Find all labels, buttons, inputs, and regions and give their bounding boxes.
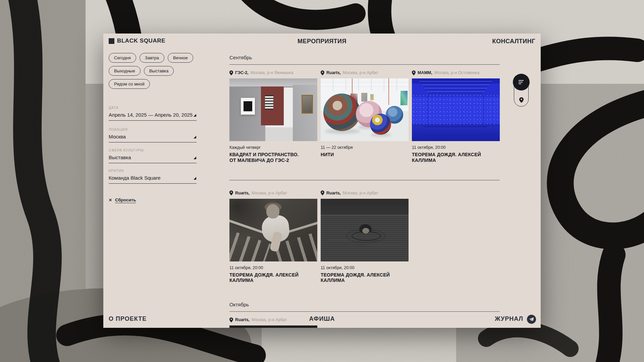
venue-name: МАММ, <box>418 70 432 75</box>
chip-exhibition[interactable]: Выставка <box>144 66 174 76</box>
event-date: 11 октября, 20:00 <box>412 145 500 150</box>
event-date: 11 — 22 октября <box>321 145 409 150</box>
telegram-icon <box>529 317 534 322</box>
events-row: ГЭС-2, Москва, р-н Якиманка Каждый четве… <box>229 70 500 163</box>
select-critic[interactable]: КРИТИК Команда Black Square <box>109 169 197 184</box>
events-feed: Сентябрь ГЭС-2, Москва, р-н Якиманка <box>229 34 500 328</box>
select-culture-sphere-label: СФЕРА КУЛЬТУРЫ <box>109 148 197 152</box>
venue-area: Москва, р-н Арбат <box>343 190 378 196</box>
chip-eternal[interactable]: Вечное <box>168 53 193 63</box>
scene-painting <box>400 91 408 105</box>
select-date-value: Апрель 14, 2025 — Апрель 20, 2025 <box>109 112 197 118</box>
chip-tomorrow[interactable]: Завтра <box>140 53 164 63</box>
chip-today[interactable]: Сегодня <box>109 53 136 63</box>
event-location: Ruarts, Москва, р-н Арбат <box>229 190 317 196</box>
location-pin-icon <box>321 70 324 75</box>
event-title[interactable]: КВАДРАТ И ПРОСТРАНСТВО. ОТ МАЛЕВИЧА ДО Г… <box>229 152 300 163</box>
scene-black-square-artwork <box>241 98 255 115</box>
event-image-dark[interactable] <box>229 325 317 328</box>
event-image-gallery-black-square[interactable] <box>229 78 317 141</box>
scene-painting <box>303 96 312 113</box>
event-date: Каждый четверг <box>229 145 317 150</box>
row-divider <box>229 180 500 180</box>
scene-dark-band <box>321 199 409 215</box>
event-image-etching-swimmer[interactable] <box>321 199 409 261</box>
scene-blue-ceiling <box>417 78 495 95</box>
scene-water-streak <box>326 240 360 240</box>
location-pin-icon <box>229 70 233 75</box>
scene-ceiling-grid <box>321 78 409 91</box>
scene-projection-speckles <box>412 96 500 125</box>
venue-area: Москва, р-н Остоженка <box>434 70 479 75</box>
event-location: Ruarts, Москва, р-н Арбат <box>321 70 409 75</box>
venue-area: Москва, р-н Арбат <box>252 190 287 196</box>
chip-weekend[interactable]: Выходные <box>109 66 141 76</box>
nav-journal[interactable]: ЖУРНАЛ <box>495 315 523 322</box>
map-view-button[interactable] <box>513 97 530 103</box>
scene-textile-sphere <box>370 114 391 135</box>
event-image-bw-portrait[interactable] <box>229 199 317 261</box>
filter-icon <box>519 82 523 82</box>
location-pin-icon <box>412 70 416 75</box>
select-critic-label: КРИТИК <box>109 169 197 173</box>
month-header-october: Октябрь <box>229 302 500 312</box>
scene-blue-floor <box>412 127 500 141</box>
venue-name: Ruarts, <box>326 70 341 75</box>
telegram-button[interactable] <box>527 315 536 324</box>
filter-icon <box>519 83 521 84</box>
event-location: Ruarts, Москва, р-н Арбат <box>321 190 409 196</box>
venue-name: Ruarts, <box>326 190 341 196</box>
location-pin-icon <box>321 190 324 195</box>
main-panel: BLACK SQUARE МЕРОПРИЯТИЯ КОНСАЛТИНГ Сего… <box>103 34 541 328</box>
select-date[interactable]: ДАТА Апрель 14, 2025 — Апрель 20, 2025 <box>109 106 197 121</box>
events-row: Ruarts, Москва, р-н Арбат 11 октября, 20… <box>229 190 500 284</box>
event-card[interactable]: МАММ, Москва, р-н Остоженка 11 октября, … <box>412 70 500 163</box>
scene-water-streak <box>369 245 404 245</box>
event-location: ГЭС-2, Москва, р-н Якиманка <box>229 70 317 75</box>
select-culture-sphere[interactable]: СФЕРА КУЛЬТУРЫ Выставка <box>109 148 197 163</box>
event-title[interactable]: ТЕОРЕМА ДОЖДЯ. АЛЕКСЕЙ КАЛЛИМА <box>229 272 300 284</box>
event-image-textile-spheres[interactable] <box>321 78 409 141</box>
close-icon: ✕ <box>109 198 112 202</box>
filter-chips: Сегодня Завтра Вечное Выходные Выставка … <box>109 53 209 89</box>
scene-poster <box>265 95 273 110</box>
event-title[interactable]: ТЕОРЕМА ДОЖДЯ. АЛЕКСЕЙ КАЛЛИМА <box>321 272 391 284</box>
scene-painting <box>370 94 374 101</box>
scene-horizon-line <box>321 215 409 216</box>
event-card[interactable]: ГЭС-2, Москва, р-н Якиманка Каждый четве… <box>229 70 317 163</box>
reset-filters-link[interactable]: ✕ Сбросить <box>109 197 136 202</box>
scene-red-cord <box>352 78 353 97</box>
location-pin-icon <box>519 97 524 103</box>
venue-name: Ruarts, <box>235 190 250 196</box>
venue-area: Москва, р-н Якиманка <box>251 70 293 75</box>
select-date-label: ДАТА <box>109 106 197 110</box>
event-card[interactable]: Ruarts, Москва, р-н Арбат 11 октября, 20… <box>321 190 409 284</box>
scene-corner-line <box>484 95 484 127</box>
venue-area: Москва, р-н Арбат <box>343 70 378 75</box>
reset-filters-label: Сбросить <box>115 197 136 202</box>
event-title[interactable]: НИТИ <box>321 152 391 158</box>
select-location[interactable]: ЛОКАЦИЯ Москва <box>109 127 197 142</box>
select-culture-sphere-value: Выставка <box>109 155 197 160</box>
filters-view-button[interactable] <box>513 74 530 90</box>
scene-figure-head <box>266 204 279 219</box>
event-image-blue-room[interactable] <box>412 78 500 141</box>
event-date: 11 октября, 20:00 <box>321 265 409 270</box>
location-pin-icon <box>229 190 233 195</box>
scene-textile-sphere <box>323 94 360 131</box>
scene-gold-frame-painting <box>302 95 313 114</box>
event-date: 11 октября, 20:00 <box>229 265 317 270</box>
chip-near-me[interactable]: Рядом со мной <box>109 79 150 89</box>
select-critic-value: Команда Black Square <box>109 175 197 181</box>
select-location-label: ЛОКАЦИЯ <box>109 127 197 131</box>
venue-name: ГЭС-2, <box>235 70 249 75</box>
event-location: МАММ, Москва, р-н Остоженка <box>412 70 500 75</box>
nav-afisha[interactable]: АФИША <box>103 315 541 322</box>
scene-floor-line <box>424 126 488 127</box>
event-title[interactable]: ТЕОРЕМА ДОЖДЯ. АЛЕКСЕЙ КАЛЛИМА <box>412 152 482 163</box>
month-header-september: Сентябрь <box>229 55 500 65</box>
scene-painting <box>361 93 367 102</box>
event-card[interactable]: Ruarts, Москва, р-н Арбат 11 октября, 20… <box>229 190 317 284</box>
event-card[interactable]: Ruarts, Москва, р-н Арбат <box>321 70 409 163</box>
filter-icon <box>519 80 524 81</box>
